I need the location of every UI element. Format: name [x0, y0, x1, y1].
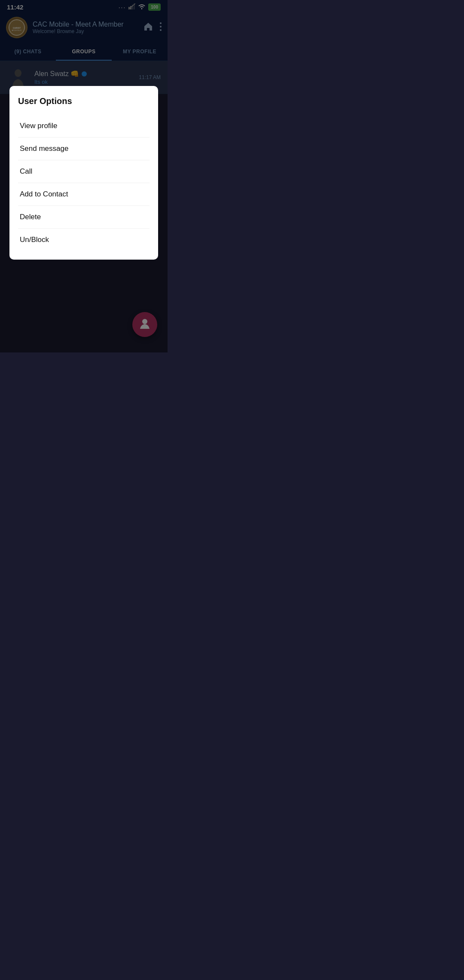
option-view-profile[interactable]: View profile	[18, 115, 150, 138]
user-options-modal: User Options View profile Send message C…	[9, 86, 158, 260]
modal-title: User Options	[18, 96, 150, 106]
option-add-to-contact[interactable]: Add to Contact	[18, 183, 150, 206]
option-delete[interactable]: Delete	[18, 206, 150, 229]
option-call[interactable]: Call	[18, 160, 150, 183]
option-unblock[interactable]: Un/Block	[18, 229, 150, 251]
option-send-message[interactable]: Send message	[18, 138, 150, 160]
